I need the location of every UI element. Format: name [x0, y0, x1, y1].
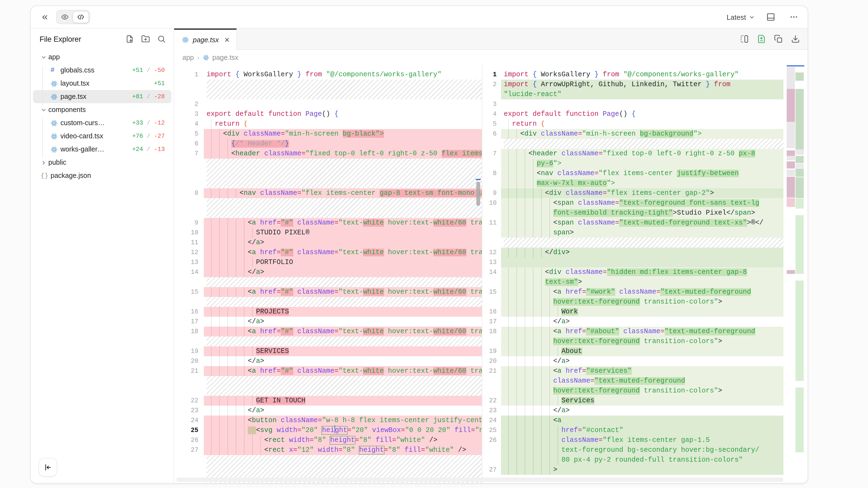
code-line[interactable]: 4export default function Page() {	[482, 109, 808, 119]
code-line[interactable]: 3export default function Page() {	[174, 109, 482, 119]
copy-icon[interactable]	[774, 35, 783, 43]
code-line[interactable]: 7 <header className="fixed top-0 left-0 …	[482, 149, 808, 159]
code-line[interactable]: 1import { WorksGallery } from "@/compone…	[174, 70, 482, 79]
code-line[interactable]: py-6">	[482, 159, 808, 168]
code-line[interactable]: 20 </a>	[174, 356, 482, 366]
code-line[interactable]: text-foreground bg-secondary hover:bg-se…	[482, 445, 808, 455]
code-line[interactable]: 21 <a href="#" className="text-white hov…	[174, 366, 482, 376]
code-line[interactable]: 17 </a>	[482, 317, 808, 327]
code-line[interactable]: 20 </a>	[482, 356, 808, 366]
code-line[interactable]: 13	[482, 257, 808, 267]
breadcrumb-app[interactable]: app	[182, 54, 194, 61]
code-line[interactable]: 15 <a href="#work" className="text-muted…	[482, 287, 808, 297]
tree-item-page.tsx[interactable]: page.tsx+81 / -28	[33, 90, 172, 103]
tree-item-layout.tsx[interactable]: layout.tsx+51	[33, 77, 172, 90]
close-icon[interactable]: ✕	[224, 36, 230, 44]
code-line[interactable]: 26 className="flex items-center gap-1.5	[482, 435, 808, 445]
minimap-block	[787, 198, 795, 207]
code-line[interactable]: 11 <span className="text-muted-foregroun…	[482, 218, 808, 228]
code-line[interactable]: 12 <a href="#" className="text-white hov…	[174, 248, 482, 257]
code-line[interactable]: span>	[482, 228, 808, 238]
code-line[interactable]: 80 px-4 py-2 rounded-full transition-col…	[482, 455, 808, 465]
code-line[interactable]: 13 PORTFOLIO	[174, 257, 482, 267]
tree-item-public[interactable]: public	[33, 156, 172, 169]
code-line[interactable]: 5 <div className="min-h-screen bg-black"…	[174, 129, 482, 139]
code-line[interactable]: 19 About	[482, 346, 808, 356]
code-line[interactable]: text-sm">	[482, 277, 808, 287]
code-line[interactable]: 22 Services	[482, 396, 808, 406]
new-folder-icon[interactable]	[141, 35, 150, 43]
diff-pane-old[interactable]: 1import { WorksGallery } from "@/compone…	[174, 65, 482, 483]
code-toggle-button[interactable]	[72, 11, 89, 23]
code-line[interactable]: className="text-muted-foreground	[482, 376, 808, 386]
diff-minimap[interactable]	[787, 65, 804, 483]
code-line[interactable]: 22 GET IN TOUCH	[174, 396, 482, 406]
tree-item-package.json[interactable]: { }package.json	[33, 169, 172, 182]
code-line[interactable]: 23 </a>	[482, 406, 808, 416]
code-line[interactable]: 19 SERVICES	[174, 346, 482, 356]
code-line[interactable]: 6 {/* Header */}	[174, 139, 482, 149]
code-line[interactable]: 27 <rect x="12" width="8" height="8" fil…	[174, 445, 482, 455]
code-line[interactable]: 1import { WorksGallery } from "@/compone…	[482, 70, 808, 79]
new-file-icon[interactable]	[125, 35, 134, 43]
code-line[interactable]: hover:text-foreground transition-colors"…	[482, 386, 808, 396]
code-line[interactable]: 18 <a href="#about" className="text-mute…	[482, 327, 808, 336]
code-line[interactable]: 15 <a href="#" className="text-white hov…	[174, 287, 482, 297]
code-line[interactable]: 12 </div>	[482, 248, 808, 257]
search-icon[interactable]	[157, 35, 166, 43]
code-line[interactable]: 9 <div className="flex items-center gap-…	[482, 188, 808, 198]
tree-item-components[interactable]: components	[33, 103, 172, 117]
version-dropdown[interactable]: Latest	[726, 13, 755, 21]
code-line[interactable]: 5 return (	[482, 119, 808, 129]
panel-layout-button[interactable]	[764, 10, 778, 24]
code-line[interactable]: 8 <nav className="flex items-center gap-…	[174, 188, 482, 198]
horizontal-scrollbar[interactable]	[176, 478, 783, 482]
code-line[interactable]: 6 <div className="min-h-screen bg-backgr…	[482, 129, 808, 139]
tree-item-works-galler-[interactable]: works-galler…+24 / -13	[33, 143, 172, 156]
code-line[interactable]: 10 <span className="text-foreground font…	[482, 198, 808, 208]
code-line[interactable]: 17 </a>	[174, 317, 482, 327]
code-line[interactable]: "lucide-react"	[482, 90, 808, 99]
more-options-button[interactable]	[787, 10, 801, 24]
split-view-icon[interactable]	[740, 35, 749, 43]
tree-item-globals.css[interactable]: #globals.css+51 / -50	[33, 64, 172, 77]
code-line[interactable]: 26 <rect width="8" height="8" fill="whit…	[174, 435, 482, 445]
code-line[interactable]: 24 <a	[482, 416, 808, 425]
file-diff-icon[interactable]	[757, 35, 766, 43]
code-line[interactable]: 25 <svg width="20" height="20" viewBox="…	[174, 425, 482, 435]
code-line[interactable]: 8 <nav className="flex items-center just…	[482, 168, 808, 178]
tree-item-custom-curs-[interactable]: custom-curs…+33 / -12	[33, 117, 172, 130]
code-line[interactable]: 4 return (	[174, 119, 482, 129]
code-line[interactable]: 10 STUDIO PIXEL®	[174, 228, 482, 238]
tree-item-video-card.tsx[interactable]: video-card.tsx+76 / -27	[33, 130, 172, 143]
code-line[interactable]: 21 <a href="#services"	[482, 366, 808, 376]
diff-pane-new[interactable]: 1import { WorksGallery } from "@/compone…	[482, 65, 808, 483]
code-line[interactable]: 2	[174, 99, 482, 109]
vertical-scrollbar[interactable]	[476, 182, 480, 206]
code-line[interactable]: 23 </a>	[174, 406, 482, 416]
code-line[interactable]: 14 </a>	[174, 267, 482, 277]
code-line[interactable]: 16 PROJECTS	[174, 307, 482, 317]
collapse-sidebar-button[interactable]	[38, 458, 57, 477]
code-line[interactable]: 9 <a href="#" className="text-white hove…	[174, 218, 482, 228]
code-line[interactable]: 27 >	[482, 465, 808, 475]
code-line[interactable]: 24 <button className="w-8 h-8 flex items…	[174, 416, 482, 425]
collapse-panel-button[interactable]	[37, 10, 52, 24]
code-line[interactable]: 3	[482, 99, 808, 109]
code-line[interactable]: max-w-7xl mx-auto">	[482, 178, 808, 188]
code-line[interactable]: 16 Work	[482, 307, 808, 317]
code-line[interactable]: 11 </a>	[174, 238, 482, 248]
code-line[interactable]: 2import { ArrowUpRight, Github, Linkedin…	[482, 79, 808, 90]
breadcrumb-file[interactable]: page.tsx	[212, 54, 239, 61]
code-line[interactable]: 14 <div className="hidden md:flex items-…	[482, 267, 808, 277]
preview-toggle-button[interactable]	[57, 11, 72, 23]
download-icon[interactable]	[791, 35, 800, 43]
code-line[interactable]: 25 href="#contact"	[482, 425, 808, 435]
code-line[interactable]: hover:text-foreground transition-colors"…	[482, 297, 808, 307]
tab-page-tsx[interactable]: page.tsx ✕	[174, 29, 237, 50]
code-line[interactable]: 7 <header className="fixed top-0 left-0 …	[174, 149, 482, 159]
code-line[interactable]: font-semibold tracking-tight">Studio Pix…	[482, 208, 808, 218]
tree-item-app[interactable]: app	[33, 51, 172, 64]
code-line[interactable]: hover:text-foreground transition-colors"…	[482, 336, 808, 346]
code-line[interactable]: 18 <a href="#" className="text-white hov…	[174, 327, 482, 336]
